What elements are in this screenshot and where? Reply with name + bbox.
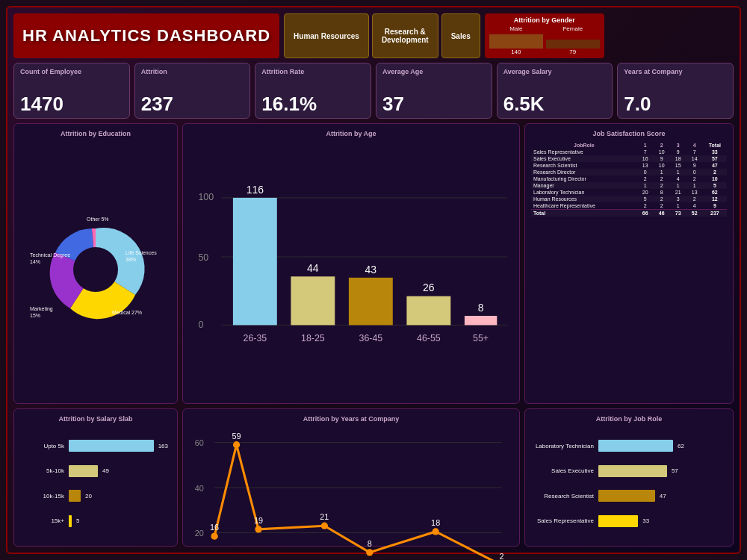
- years-chart-card: Attrition by Years at Company 60 40 20 0…: [182, 408, 520, 547]
- jst-total-8: 9: [703, 202, 727, 210]
- gender-female-bar: [546, 40, 600, 49]
- jst-s1-6: 20: [637, 189, 654, 196]
- salary-hbar-container: Upto 5k 163 5k-10k 49 10k-15k 20 15k+ 5: [20, 427, 171, 540]
- jst-total-3: 2: [703, 169, 727, 175]
- jst-total-5: 5: [703, 182, 727, 189]
- y-0: 0: [198, 320, 203, 330]
- kpi-label-2: Attrition Rate: [261, 68, 365, 75]
- jst-s4-5: 1: [686, 182, 703, 189]
- jst-s3-0: 9: [670, 149, 686, 155]
- jst-s1-5: 1: [637, 182, 654, 189]
- jobrole-count-3: 33: [642, 517, 649, 524]
- jst-header-2: 2: [654, 142, 670, 149]
- gender-title: Attrition by Gender: [489, 16, 600, 24]
- lbl-19: 19: [254, 516, 263, 525]
- tab-research-development[interactable]: Research &Development: [372, 13, 438, 58]
- kpi-card-2: Attrition Rate 16.1%: [255, 63, 371, 119]
- jst-total-4: 10: [703, 175, 727, 182]
- label-other: Other 5%: [87, 217, 109, 222]
- years-chart-title: Attrition by Years at Company: [189, 415, 513, 423]
- kpi-row: Count of Employee 1470 Attrition 237 Att…: [13, 63, 734, 119]
- jst-role-2: Research Scientist: [531, 162, 637, 169]
- nav-tabs: Human Resources Research &Development Sa…: [284, 13, 480, 58]
- gender-female-label: Female: [546, 25, 600, 32]
- kpi-label-4: Average Salary: [503, 68, 607, 75]
- salary-bar-row-3: 15k+ 5: [23, 515, 168, 527]
- age-bar-svg: 100 50 0 116 26-35 44 18-25: [189, 142, 513, 397]
- dot-1: [233, 441, 240, 448]
- jobrole-label-3: Sales Representative: [534, 517, 594, 524]
- val-26-35: 116: [247, 184, 264, 196]
- tab-sales[interactable]: Sales: [441, 13, 480, 58]
- lbl-55plus: 55+: [473, 333, 489, 343]
- jst-role-7: Human Resources: [531, 196, 637, 202]
- gender-female-count: 79: [546, 49, 600, 55]
- jst-s2-3: 1: [654, 169, 670, 175]
- jobrole-bar-row-0: Laboratory Technician 62: [534, 440, 724, 452]
- dot-0: [211, 533, 217, 540]
- jst-header-3: 3: [670, 142, 686, 149]
- education-chart-card: Attrition by Education: [13, 123, 178, 404]
- jst-s3-7: 3: [670, 196, 686, 202]
- gender-bars: Male 140 Female 79: [489, 25, 600, 55]
- salary-count-3: 5: [76, 517, 79, 524]
- jst-role-6: Laboratory Technician: [531, 189, 637, 196]
- salary-label-2: 10k-15k: [23, 493, 64, 500]
- age-chart-card: Attrition by Age 100 50 0 116 26-35: [182, 123, 520, 404]
- jobrole-bar-row-3: Sales Representative 33: [534, 515, 724, 527]
- charts-row2: Attrition by Salary Slab Upto 5k 163 5k-…: [13, 408, 734, 547]
- lbl-18: 18: [431, 518, 440, 527]
- jst-row-2: Research Scientist 13 10 15 9 47: [531, 162, 727, 169]
- label-marketing-pct: 15%: [30, 313, 40, 318]
- donut-svg: Life Sciences 38% Medical 27% Marketing …: [28, 214, 163, 326]
- lbl-2: 2: [499, 552, 503, 560]
- jst-total-total: 237: [703, 210, 727, 217]
- tab-human-resources[interactable]: Human Resources: [284, 13, 369, 58]
- jst-s2-7: 2: [654, 196, 670, 202]
- y-100: 100: [198, 192, 214, 202]
- lbl-8: 8: [368, 539, 372, 548]
- jst-s2-8: 2: [654, 202, 670, 210]
- jst-s4-3: 0: [686, 169, 703, 175]
- jst-s1-8: 2: [637, 202, 654, 210]
- jst-row-6: Laboratory Technician 20 8 21 13 62: [531, 189, 727, 196]
- jst-s4-4: 2: [686, 175, 703, 182]
- lbl-21: 21: [320, 512, 329, 521]
- job-satisfaction-card: Job Satisfaction Score JobRole1234Total …: [524, 123, 734, 404]
- jst-s3-8: 1: [670, 202, 686, 210]
- jobrole-chart-card: Attrition by Job Role Laboratory Technic…: [524, 408, 734, 547]
- jst-s2-4: 2: [654, 175, 670, 182]
- jst-s3-1: 18: [670, 155, 686, 162]
- y-40: 40: [195, 484, 204, 493]
- jobrole-bar-row-1: Sales Executive 57: [534, 465, 724, 477]
- gender-male-bar-container: [489, 32, 543, 49]
- jst-header-1: 1: [637, 142, 654, 149]
- jst-row-5: Manager 1 2 1 1 5: [531, 182, 727, 189]
- jst-s4-2: 9: [686, 162, 703, 169]
- val-46-55: 26: [423, 281, 435, 293]
- jst-total-s2: 46: [654, 210, 670, 217]
- val-36-45: 43: [365, 264, 377, 276]
- val-18-25: 44: [307, 262, 319, 274]
- y-60: 60: [195, 438, 204, 447]
- salary-count-2: 20: [85, 493, 92, 500]
- label-life-sciences-pct: 38%: [125, 257, 136, 262]
- gender-male-count: 140: [489, 49, 543, 55]
- lbl-36-45: 36-45: [359, 333, 382, 343]
- kpi-card-4: Average Salary 6.5K: [497, 63, 613, 119]
- jst-total-s3: 73: [670, 210, 686, 217]
- bar-55plus: [465, 316, 497, 325]
- job-satisfaction-table: JobRole1234Total Sales Representative 7 …: [531, 142, 727, 217]
- jst-total-7: 12: [703, 196, 727, 202]
- bar-18-25: [291, 276, 335, 325]
- jobrole-label-2: Research Scientist: [534, 493, 594, 500]
- kpi-label-3: Average Age: [382, 68, 486, 75]
- jst-s1-2: 13: [637, 162, 654, 169]
- jst-s1-4: 2: [637, 175, 654, 182]
- jst-s2-0: 10: [654, 149, 670, 155]
- jst-header-0: JobRole: [531, 142, 637, 149]
- dot-10: [433, 528, 439, 535]
- kpi-value-0: 1470: [20, 94, 123, 113]
- jst-s2-1: 9: [654, 155, 670, 162]
- jobrole-label-1: Sales Executive: [534, 467, 594, 474]
